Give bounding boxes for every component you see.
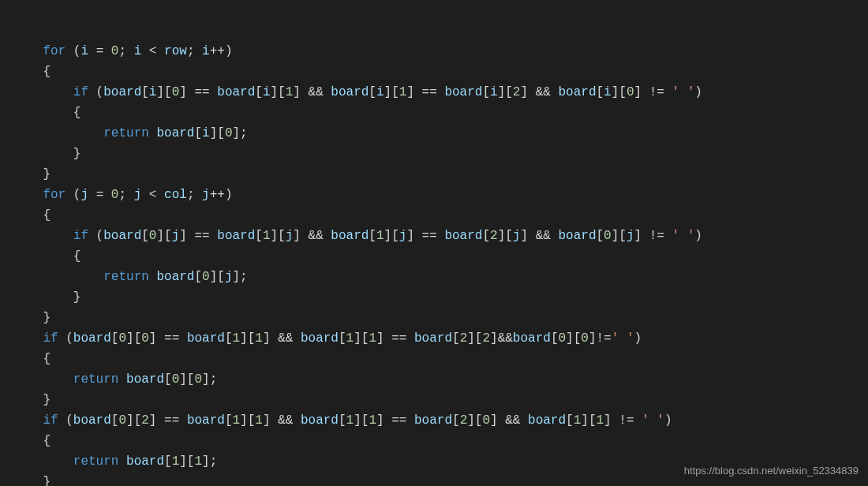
code-token: ][ xyxy=(354,413,369,428)
code-token: 1 xyxy=(574,413,582,428)
code-token: ][ xyxy=(210,126,225,140)
watermark-text: https://blog.csdn.net/weixin_52334839 xyxy=(684,461,859,481)
code-line[interactable]: if (board[i][0] == board[i][1] && board[… xyxy=(13,82,868,103)
code-token: board xyxy=(301,413,339,428)
code-token: 0 xyxy=(118,331,126,346)
code-line[interactable]: return board[i][0]; xyxy=(13,123,868,144)
code-token: [ xyxy=(164,454,172,469)
code-line[interactable]: } xyxy=(13,287,868,308)
code-token: ] == xyxy=(376,331,414,346)
code-token: board xyxy=(513,331,551,346)
code-token: i xyxy=(80,44,88,58)
code-line[interactable]: { xyxy=(13,62,868,82)
code-line[interactable]: if (board[0][j] == board[1][j] && board[… xyxy=(13,226,868,246)
code-line[interactable]: { xyxy=(13,205,868,226)
code-token: ][ xyxy=(179,454,194,469)
code-token: ] && xyxy=(293,85,331,99)
code-token: j xyxy=(627,229,634,243)
code-token: 1 xyxy=(263,229,271,243)
code-token: ]; xyxy=(232,270,247,284)
code-editor[interactable]: for (i = 0; i < row; i++) { if (board[i]… xyxy=(0,0,868,486)
code-token: ( xyxy=(65,188,80,202)
code-token: ' ' xyxy=(672,85,695,99)
code-line[interactable]: if (board[0][0] == board[1][1] && board[… xyxy=(13,328,868,349)
code-line[interactable]: } xyxy=(13,308,868,328)
code-line[interactable]: return board[0][0]; xyxy=(13,369,868,390)
code-token: i xyxy=(376,85,384,99)
code-token: 1 xyxy=(233,413,241,428)
code-line[interactable]: { xyxy=(13,431,868,451)
code-line[interactable]: if (board[0][2] == board[1][1] && board[… xyxy=(13,410,868,431)
code-token: i xyxy=(490,85,498,99)
code-token: 1 xyxy=(369,413,376,428)
code-token: ][ xyxy=(467,331,482,346)
code-token: [ xyxy=(482,229,490,243)
code-token: board xyxy=(126,372,164,387)
code-token: { xyxy=(43,65,51,79)
code-token: col xyxy=(164,188,187,202)
code-token: board xyxy=(156,126,194,140)
code-token xyxy=(149,270,157,284)
code-token: ][ xyxy=(384,229,399,243)
code-token: ][ xyxy=(156,85,171,99)
code-token: 0 xyxy=(111,44,119,58)
code-token: ; xyxy=(187,188,202,202)
code-token: ][ xyxy=(271,85,286,99)
code-line[interactable]: for (j = 0; j < col; j++) xyxy=(13,185,868,205)
code-token: ] && xyxy=(520,229,558,243)
code-token: board xyxy=(103,85,141,99)
code-token: [ xyxy=(339,413,346,428)
code-token: board xyxy=(558,85,596,99)
code-token: for xyxy=(43,188,65,202)
code-token: board xyxy=(217,229,255,243)
code-line[interactable]: return board[0][j]; xyxy=(13,267,868,287)
code-token: j xyxy=(172,229,180,243)
code-token: ++) xyxy=(210,188,233,202)
code-line[interactable]: { xyxy=(13,349,868,369)
code-token: j xyxy=(513,229,521,243)
code-line[interactable]: { xyxy=(13,246,868,267)
code-token: [ xyxy=(596,85,604,99)
code-token: board xyxy=(444,229,482,243)
code-line[interactable]: for (i = 0; i < row; i++) xyxy=(13,41,868,62)
code-token: board xyxy=(331,85,369,99)
code-token: 0 xyxy=(149,229,157,243)
code-token: ] && xyxy=(490,413,528,428)
code-token: ][ xyxy=(498,85,513,99)
code-token: [ xyxy=(194,270,202,284)
code-token: 0 xyxy=(482,413,490,428)
code-line[interactable]: } xyxy=(13,390,868,410)
code-token: ][ xyxy=(467,413,482,428)
code-token: { xyxy=(43,208,51,222)
code-token: ] != xyxy=(604,413,642,428)
code-token: board xyxy=(73,331,111,346)
code-token: ] != xyxy=(634,229,672,243)
code-token: ]!= xyxy=(589,331,612,346)
code-token: 0 xyxy=(194,372,202,387)
code-token: } xyxy=(43,475,51,486)
code-token: 1 xyxy=(233,331,241,346)
code-token: ][ xyxy=(581,413,596,428)
code-token: 2 xyxy=(141,413,149,428)
code-token: ] && xyxy=(263,331,301,346)
code-block[interactable]: for (i = 0; i < row; i++) { if (board[i]… xyxy=(13,41,868,486)
code-line[interactable]: } xyxy=(13,164,868,185)
code-token: 0 xyxy=(118,413,126,428)
code-token: ] == xyxy=(179,85,217,99)
code-token: ) xyxy=(634,331,642,346)
code-token: < xyxy=(141,188,164,202)
code-token xyxy=(118,454,126,469)
code-token: i xyxy=(202,126,210,140)
code-token: ][ xyxy=(126,331,141,346)
code-token: ( xyxy=(88,85,103,99)
code-token: 0 xyxy=(581,331,589,346)
code-line[interactable]: } xyxy=(13,144,868,164)
code-token: return xyxy=(73,454,119,469)
code-token: ][ xyxy=(612,229,627,243)
code-token: board xyxy=(103,229,141,243)
code-token: i xyxy=(263,85,271,99)
code-token: ' ' xyxy=(612,331,634,346)
code-line[interactable]: { xyxy=(13,103,868,123)
code-token: [ xyxy=(225,331,233,346)
code-token: ( xyxy=(65,44,80,58)
